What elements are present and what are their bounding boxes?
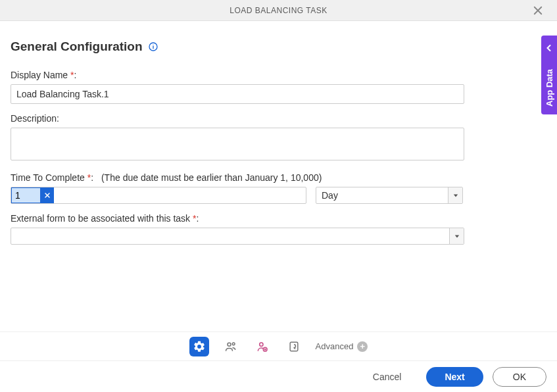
advanced-toggle[interactable]: Advanced + xyxy=(316,341,368,352)
external-form-group: External form to be associated with this… xyxy=(11,213,546,245)
svg-rect-13 xyxy=(290,342,298,351)
close-icon[interactable] xyxy=(532,5,544,16)
time-to-complete-group: Time To Complete *: (The due date must b… xyxy=(11,172,546,204)
external-form-select[interactable] xyxy=(11,228,464,245)
display-name-label-text: Display Name xyxy=(11,70,68,80)
app-data-panel-toggle[interactable]: App Data xyxy=(541,36,557,114)
svg-point-4 xyxy=(153,45,153,45)
app-data-label: App Data xyxy=(545,54,554,114)
svg-point-9 xyxy=(228,343,231,346)
display-name-group: Display Name *: xyxy=(11,70,546,104)
time-label-text: Time To Complete xyxy=(11,172,85,183)
clear-time-icon[interactable] xyxy=(41,187,54,203)
dialog-header: LOAD BALANCING TASK xyxy=(0,0,557,21)
plus-icon: + xyxy=(357,341,368,352)
bottom-nav: Advanced + xyxy=(0,331,557,360)
chevron-down-icon[interactable] xyxy=(448,187,462,203)
gear-icon[interactable] xyxy=(189,337,209,356)
advanced-label: Advanced xyxy=(316,341,354,351)
colon: : xyxy=(74,70,76,80)
form-icon[interactable] xyxy=(284,337,304,356)
description-group: Description: xyxy=(11,113,546,163)
description-input[interactable] xyxy=(11,128,464,160)
display-name-label: Display Name *: xyxy=(11,70,546,80)
svg-marker-8 xyxy=(454,235,458,237)
dialog-title: LOAD BALANCING TASK xyxy=(230,6,327,15)
section-title: General Configuration xyxy=(11,39,143,54)
svg-marker-7 xyxy=(453,194,457,197)
section-header: General Configuration xyxy=(11,39,546,54)
svg-point-10 xyxy=(232,343,235,345)
info-icon[interactable] xyxy=(148,41,158,52)
users-icon[interactable] xyxy=(221,337,241,356)
time-unit-value: Day xyxy=(316,190,448,201)
display-name-input[interactable] xyxy=(11,84,464,104)
svg-point-11 xyxy=(259,343,262,346)
ok-button[interactable]: OK xyxy=(493,367,546,387)
description-label: Description: xyxy=(11,113,546,124)
external-form-label-text: External form to be associated with this… xyxy=(11,213,190,224)
colon: : xyxy=(196,213,199,224)
time-hint: (The due date must be earlier than Janua… xyxy=(101,172,322,183)
time-value-input[interactable] xyxy=(11,187,41,203)
dialog-footer: Cancel Next OK xyxy=(0,360,557,392)
external-form-label: External form to be associated with this… xyxy=(11,213,546,224)
time-value-wrapper xyxy=(11,187,306,204)
cancel-button[interactable]: Cancel xyxy=(357,367,418,387)
user-settings-icon[interactable] xyxy=(253,337,272,356)
next-button[interactable]: Next xyxy=(426,367,483,387)
time-row: Day xyxy=(11,187,546,204)
chevron-left-icon xyxy=(546,42,552,54)
time-label: Time To Complete *: (The due date must b… xyxy=(11,172,546,183)
time-input-spacer xyxy=(54,187,306,203)
dialog-content: General Configuration Display Name *: De… xyxy=(0,21,557,245)
time-unit-select[interactable]: Day xyxy=(316,187,463,204)
colon: : xyxy=(91,172,93,183)
chevron-down-icon[interactable] xyxy=(449,228,464,244)
